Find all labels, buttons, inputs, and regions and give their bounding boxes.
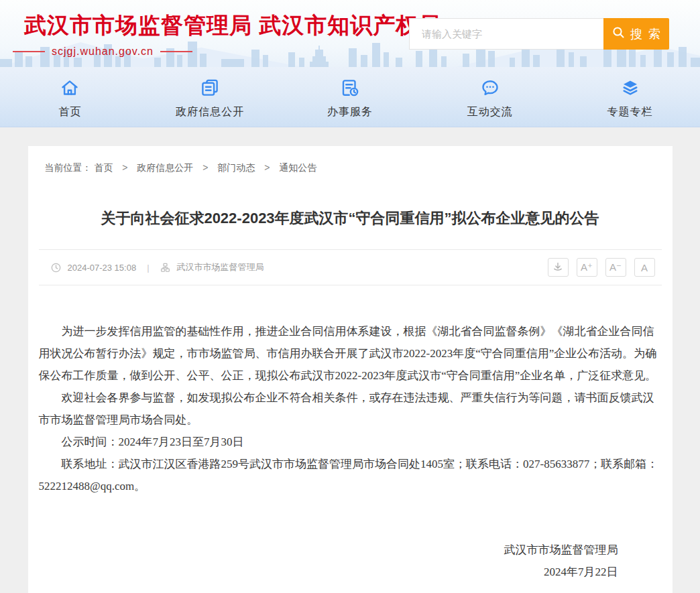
font-smaller-button[interactable]: A⁻ [605,258,626,277]
nav-item-services[interactable]: 办事服务 [280,67,420,127]
article-body: 为进一步发挥信用监管的基础性作用，推进企业合同信用体系建设，根据《湖北省合同监督… [28,285,673,497]
nav-item-topics[interactable]: 专题专栏 [560,67,700,127]
service-list-icon [340,78,360,101]
site-logo[interactable]: 武汉市市场监督管理局 武汉市知识产权局 scjgj.wuhan.gov.cn [24,11,441,58]
breadcrumb-prefix: 当前位置： [45,162,92,173]
breadcrumb: 当前位置： 首页 > 政府信息公开 > 部门动态 > 通知公告 [28,146,673,174]
main-nav: 首页 政府信息公开 办事服务 [0,67,700,127]
download-icon [552,261,563,274]
nav-item-label: 首页 [58,105,81,119]
nav-item-label: 办事服务 [327,105,373,119]
nav-item-label: 专题专栏 [607,105,653,119]
article-paragraph: 为进一步发挥信用监管的基础性作用，推进企业合同信用体系建设，根据《湖北省合同监督… [39,320,662,387]
site-domain-row: scjgj.wuhan.gov.cn [32,46,173,58]
breadcrumb-separator: > [264,162,270,173]
search-button[interactable]: 搜索 [603,18,669,50]
domain-dash-right [160,51,192,52]
breadcrumb-item-notices[interactable]: 通知公告 [279,162,316,173]
breadcrumb-item-home[interactable]: 首页 [94,162,113,173]
article-signature: 武汉市市场监督管理局 2024年7月22日 [28,539,673,583]
article-meta-left: 2024-07-23 15:08 | 武汉市市场监督管理局 [51,261,264,273]
breadcrumb-separator: > [122,162,127,173]
article-paragraph-publicity-period: 公示时间：2024年7月23日至7月30日 [39,431,662,453]
article-source: 武汉市市场监督管理局 [177,261,264,273]
font-larger-button[interactable]: A⁺ [577,258,597,277]
article-paragraph-contact: 联系地址：武汉市江汉区香港路259号武汉市市场监督管理局市场合同处1405室；联… [39,453,662,497]
publish-time: 2024-07-23 15:08 [68,263,137,273]
breadcrumb-item-dept-news[interactable]: 部门动态 [217,162,255,173]
domain-dash-left [13,51,45,52]
source-sitemap-icon [160,263,170,273]
article-title: 关于向社会征求2022-2023年度武汉市“守合同重信用”拟公布企业意见的公告 [68,208,632,229]
meta-divider: | [147,263,149,273]
nav-item-home[interactable]: 首页 [0,67,140,127]
signature-date: 2024年7月22日 [28,561,618,583]
search-icon [612,26,625,42]
article-paragraph: 欢迎社会各界参与监督，如发现拟公布企业不符合相关条件，或存在违法违规、严重失信行… [39,387,662,431]
signature-agency: 武汉市市场监督管理局 [28,539,618,561]
home-icon [60,78,80,101]
site-title: 武汉市市场监督管理局 武汉市知识产权局 [24,11,441,41]
clock-icon [51,263,61,273]
chat-bubble-icon [480,78,500,101]
nav-item-interaction[interactable]: 互动交流 [420,67,560,127]
breadcrumb-item-gov-info[interactable]: 政府信息公开 [137,162,193,173]
site-domain: scjgj.wuhan.gov.cn [52,46,154,58]
layers-icon [620,78,640,101]
download-button[interactable] [548,258,569,277]
site-header: 武汉市市场监督管理局 武汉市知识产权局 scjgj.wuhan.gov.cn 搜… [0,0,700,67]
search-input[interactable] [409,18,603,50]
article-meta-bar: 2024-07-23 15:08 | 武汉市市场监督管理局 [39,249,662,285]
search-button-label: 搜索 [630,26,666,42]
nav-item-label: 政府信息公开 [176,105,244,119]
font-reset-button[interactable]: A [634,258,655,277]
search-bar: 搜索 [409,18,669,50]
article-meta-tools: A⁺ A⁻ A [548,258,655,277]
page-background: 当前位置： 首页 > 政府信息公开 > 部门动态 > 通知公告 关于向社会征求2… [0,127,700,593]
nav-item-label: 互动交流 [467,105,513,119]
breadcrumb-separator: > [202,162,208,173]
nav-item-gov-info[interactable]: 政府信息公开 [140,67,280,127]
content-card: 当前位置： 首页 > 政府信息公开 > 部门动态 > 通知公告 关于向社会征求2… [28,146,673,593]
documents-icon [200,78,220,101]
